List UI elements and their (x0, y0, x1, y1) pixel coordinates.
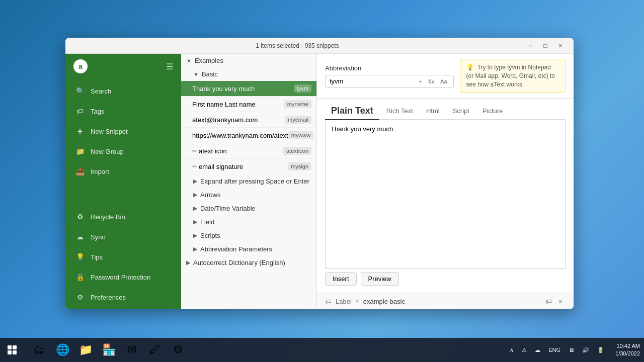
snippet-item-myname[interactable]: First name Last name myname (181, 97, 316, 112)
chevron-down-icon: ▼ (186, 58, 192, 64)
sidebar-item-label: Tags (91, 108, 104, 115)
snippet-item-mysign[interactable]: ✏ email signature mysign (181, 159, 316, 174)
chevron-right-icon: ▶ (193, 192, 197, 198)
taskbar-icons: 🗂 🌐 📁 🏪 ✉ 🖊 ⚙ (24, 339, 507, 361)
sidebar-item-search[interactable]: 🔍 Search (67, 81, 179, 101)
label-close-button[interactable]: × (356, 298, 359, 305)
snippet-item-mywww[interactable]: https://www.trankynam.com/atext mywww (181, 128, 316, 143)
browser-icon: 🌐 (56, 343, 69, 356)
abbreviation-input-wrap: + f/x Aa (325, 75, 454, 88)
start-button[interactable] (0, 338, 24, 362)
group-expand-space[interactable]: ▶ Expand after pressing Space or Enter (181, 174, 316, 188)
group-arrows[interactable]: ▶ Arrows (181, 188, 316, 202)
chevron-right-icon: ▶ (193, 246, 197, 252)
snippet-item-tyvm[interactable]: Thank you very much tyvm (181, 81, 316, 97)
taskbar-icon-store[interactable]: 🏪 (98, 339, 120, 361)
new-group-icon: 📁 (75, 147, 85, 156)
tab-rich-text[interactable]: Rich Text (380, 104, 419, 118)
group-basic[interactable]: ▼ Basic (181, 67, 316, 81)
snippet-name: atext@trankynam.com (192, 116, 285, 124)
group-datetime[interactable]: ▶ Date/Time Variable (181, 202, 316, 215)
sidebar-item-password-protection[interactable]: 🔒 Password Protection (67, 267, 179, 287)
label-text: Label (336, 298, 352, 305)
label-dismiss-button[interactable]: × (555, 296, 566, 306)
tab-plain-text[interactable]: Plain Text (325, 103, 379, 120)
taskbar-icon-pen[interactable]: 🖊 (144, 339, 166, 361)
chevron-right-icon: ▶ (193, 205, 197, 212)
group-abbr-params[interactable]: ▶ Abbreviation Parameters (181, 242, 316, 256)
abbr-aa-button[interactable]: Aa (438, 77, 449, 85)
maximize-button[interactable]: □ (538, 41, 552, 51)
tray-battery[interactable]: 🔋 (594, 345, 607, 355)
taskbar-icon-mail[interactable]: ✉ (121, 339, 143, 361)
group-label: Date/Time Variable (200, 205, 256, 212)
sidebar-item-tags[interactable]: 🏷 Tags (67, 102, 179, 121)
snippet-item-atexticon[interactable]: ✏ atext icon atexticon (181, 143, 316, 159)
sidebar-item-new-group[interactable]: 📁 New Group (67, 142, 179, 161)
group-field[interactable]: ▶ Field (181, 215, 316, 229)
chevron-right-icon: ▶ (193, 232, 197, 239)
sidebar-item-label: Password Protection (91, 274, 150, 281)
sidebar-item-label: Tips (91, 253, 103, 261)
insert-button[interactable]: Insert (325, 272, 357, 286)
group-label: Basic (202, 70, 218, 78)
snippet-name: Thank you very much (192, 85, 294, 93)
abbr-fx-button[interactable]: f/x (426, 77, 436, 85)
tray-warning[interactable]: ⚠ (519, 345, 530, 355)
tray-monitor[interactable]: 🖥 (566, 345, 577, 355)
label-bar: 🏷 Label × example basic 🏷 × (317, 293, 574, 309)
tab-picture[interactable]: Picture (476, 104, 509, 118)
sidebar-item-new-snippet[interactable]: + New Snippet (67, 122, 179, 141)
app-window: 1 items selected - 935 snippets − □ × a … (65, 38, 574, 309)
tray-volume[interactable]: 🔊 (579, 345, 592, 355)
group-label: Scripts (200, 232, 220, 239)
taskbar-clock[interactable]: 10:42 AM 1/30/2022 (611, 340, 644, 360)
group-scripts[interactable]: ▶ Scripts (181, 229, 316, 242)
files-icon: 🗂 (34, 343, 45, 356)
group-label: Expand after pressing Space or Enter (200, 177, 309, 185)
editor-textarea[interactable]: Thank you very much (325, 120, 566, 269)
sidebar-item-import[interactable]: 📥 Import (67, 162, 179, 181)
app-body: a ☰ 🔍 Search 🏷 Tags + New Snippet (65, 54, 574, 309)
snippet-name: atext icon (199, 147, 283, 155)
sidebar-item-tips[interactable]: 💡 Tips (67, 247, 179, 266)
tab-html[interactable]: Html (420, 104, 446, 118)
group-examples[interactable]: ▼ Examples (181, 54, 316, 67)
lang-indicator[interactable]: ENG (545, 345, 564, 355)
taskbar-icon-settings[interactable]: ⚙ (167, 339, 189, 361)
hamburger-button[interactable]: ☰ (166, 62, 173, 71)
abbr-plus-button[interactable]: + (417, 77, 424, 85)
group-autocorrect[interactable]: ▶ Autocorrect Dictionary (English) (181, 256, 316, 269)
snippet-name: email signature (199, 163, 288, 170)
folder-icon: 📁 (79, 343, 93, 356)
preview-button[interactable]: Preview (361, 272, 399, 286)
app-logo: a (73, 59, 88, 73)
sidebar-item-label: Search (91, 87, 111, 95)
sidebar-item-sync[interactable]: ☁ Sync (67, 227, 179, 246)
snippets-panel: ▼ Examples ▼ Basic Thank you very much t… (181, 54, 317, 309)
minimize-button[interactable]: − (523, 41, 537, 51)
tray-chevron[interactable]: ∧ (507, 345, 517, 355)
tab-script[interactable]: Script (447, 104, 475, 118)
taskbar-icon-files[interactable]: 🗂 (28, 339, 50, 361)
taskbar-icon-explorer[interactable]: 📁 (74, 339, 97, 361)
abbreviation-input[interactable] (330, 77, 414, 85)
sidebar: a ☰ 🔍 Search 🏷 Tags + New Snippet (65, 54, 181, 309)
taskbar-tray: ∧ ⚠ ☁ ENG 🖥 🔊 🔋 (507, 345, 611, 355)
tray-cloud[interactable]: ☁ (532, 345, 543, 355)
sidebar-item-label: New Snippet (91, 128, 128, 135)
group-label: Examples (195, 57, 223, 64)
sidebar-item-label: Import (91, 168, 109, 175)
label-tag-button[interactable]: 🏷 (543, 296, 553, 306)
close-button[interactable]: × (553, 41, 568, 51)
sync-icon: ☁ (75, 232, 85, 241)
taskbar-icon-edge[interactable]: 🌐 (51, 339, 73, 361)
label-icon: 🏷 (325, 298, 332, 305)
desktop: 1 items selected - 935 snippets − □ × a … (0, 0, 644, 362)
abbreviation-bar: Abbreviation + f/x Aa 💡 Try to typ (317, 54, 574, 99)
sidebar-item-recycle-bin[interactable]: ♻ Recycle Bin (67, 207, 179, 226)
sidebar-item-preferences[interactable]: ⚙ Preferences (67, 288, 179, 307)
sidebar-item-label: Sync (91, 233, 105, 241)
snippet-item-myemail[interactable]: atext@trankynam.com myemail (181, 112, 316, 128)
group-label: Autocorrect Dictionary (English) (193, 259, 285, 266)
